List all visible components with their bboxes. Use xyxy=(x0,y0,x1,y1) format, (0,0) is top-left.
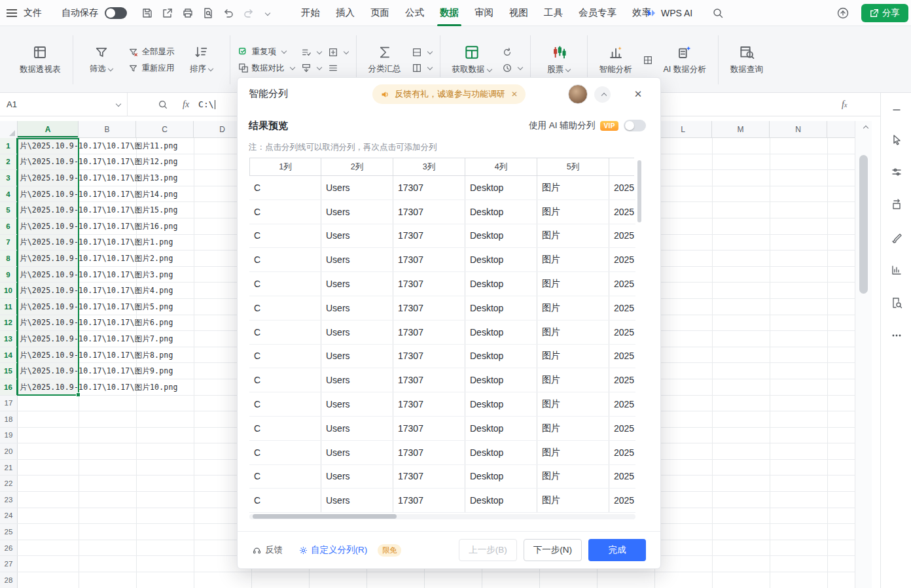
cell-A5[interactable]: 片\2025.10.9-10.17\10.17\图片15.png xyxy=(18,202,79,218)
avatar[interactable] xyxy=(568,84,588,104)
tab-审阅[interactable]: 审阅 xyxy=(467,0,501,26)
prev-step-button[interactable]: 上一步(B) xyxy=(459,539,517,561)
collapse-sidebar-button[interactable] xyxy=(886,99,906,120)
autosave-toggle[interactable] xyxy=(105,0,127,26)
fill-button[interactable] xyxy=(301,63,321,73)
cell-A13[interactable]: 片\2025.10.9-10.17\10.17\图片7.png xyxy=(18,331,79,347)
row-header-24[interactable]: 24 xyxy=(0,508,18,524)
cell-A18[interactable] xyxy=(18,411,79,427)
field-grid-button[interactable] xyxy=(643,55,653,65)
sheet-vertical-scrollbar[interactable] xyxy=(855,121,872,588)
column-header-A[interactable]: A xyxy=(18,121,79,137)
row-header-22[interactable]: 22 xyxy=(0,476,18,491)
row-header-21[interactable]: 21 xyxy=(0,460,18,476)
stock-button[interactable]: 股票 xyxy=(539,42,579,78)
redo-icon[interactable] xyxy=(243,7,255,19)
tab-视图[interactable]: 视图 xyxy=(501,0,536,26)
insert-function-button[interactable]: fx xyxy=(183,99,189,110)
wps-ai-button[interactable]: WPS AI xyxy=(647,0,692,26)
tab-开始[interactable]: 开始 xyxy=(293,0,328,26)
cell-A11[interactable]: 片\2025.10.9-10.17\10.17\图片5.png xyxy=(18,299,79,315)
refresh-data-button[interactable] xyxy=(502,47,522,58)
preview-vertical-scrollbar[interactable] xyxy=(637,159,642,512)
column-header-B[interactable]: B xyxy=(79,121,136,137)
file-menu[interactable]: 文件 xyxy=(24,0,42,26)
preview-column-header-partial[interactable] xyxy=(609,158,634,176)
feedback-banner[interactable]: 反馈有礼，诚邀参与功能调研 ✕ xyxy=(372,84,526,104)
column-header-partial[interactable] xyxy=(827,121,855,137)
row-header-12[interactable]: 12 xyxy=(0,315,18,331)
connections-button[interactable] xyxy=(502,63,522,73)
row-header-10[interactable]: 10 xyxy=(0,283,18,298)
validation-button[interactable] xyxy=(301,47,321,58)
next-step-button[interactable]: 下一步(N) xyxy=(524,539,582,561)
document-check-button[interactable] xyxy=(886,292,906,313)
cell-A24[interactable] xyxy=(18,508,79,524)
row-header-20[interactable]: 20 xyxy=(0,443,18,459)
scroll-up-icon[interactable] xyxy=(863,126,868,131)
row-header-14[interactable]: 14 xyxy=(0,347,18,363)
finish-button[interactable]: 完成 xyxy=(588,539,646,561)
upload-button[interactable] xyxy=(836,0,849,26)
undo-icon[interactable] xyxy=(223,7,234,19)
ungroup-button[interactable] xyxy=(412,63,432,73)
data-compare-button[interactable]: 数据对比 xyxy=(238,63,295,74)
cell-A12[interactable]: 片\2025.10.9-10.17\10.17\图片6.png xyxy=(18,315,79,331)
row-header-11[interactable]: 11 xyxy=(0,299,18,315)
cell-A16[interactable]: 片\2025.10.9-10.17\10.17\图片10.png xyxy=(18,379,79,395)
preview-column-header-5[interactable]: 5列 xyxy=(537,158,609,176)
row-header-18[interactable]: 18 xyxy=(0,411,18,427)
collapse-dialog-button[interactable] xyxy=(594,86,611,103)
sheet-vscroll-thumb[interactable] xyxy=(859,155,868,294)
pivot-table-button[interactable]: 数据透视表 xyxy=(16,42,65,78)
cell-A14[interactable]: 片\2025.10.9-10.17\10.17\图片8.png xyxy=(18,347,79,363)
export-icon[interactable] xyxy=(162,7,173,19)
cell-A2[interactable]: 片\2025.10.9-10.17\10.17\图片12.png xyxy=(18,154,79,170)
cell-A25[interactable] xyxy=(18,524,79,540)
cell-A22[interactable] xyxy=(18,476,79,491)
cell-A1[interactable]: 片\2025.10.9-10.17\10.17\图片11.png xyxy=(18,138,79,154)
feedback-button[interactable]: 反馈 xyxy=(252,544,283,556)
transform-button[interactable] xyxy=(886,194,906,215)
banner-close-icon[interactable]: ✕ xyxy=(511,90,518,99)
tab-数据[interactable]: 数据 xyxy=(432,0,467,26)
save-icon[interactable] xyxy=(141,7,153,19)
tab-会员专享[interactable]: 会员专享 xyxy=(571,0,624,26)
print-preview-icon[interactable] xyxy=(202,7,214,19)
subtotal-button[interactable]: 分类汇总 xyxy=(365,43,405,77)
row-header-15[interactable]: 15 xyxy=(0,363,18,379)
chart-tools-button[interactable] xyxy=(886,260,906,280)
column-header-L[interactable]: L xyxy=(654,121,712,137)
row-header-26[interactable]: 26 xyxy=(0,540,18,556)
sort-button[interactable]: 排序 xyxy=(181,43,222,77)
column-header-M[interactable]: M xyxy=(712,121,770,137)
cell-A15[interactable]: 片\2025.10.9-10.17\10.17\图片9.png xyxy=(18,363,79,379)
cell-A20[interactable] xyxy=(18,443,79,459)
row-header-2[interactable]: 2 xyxy=(0,154,18,170)
cell-A6[interactable]: 片\2025.10.9-10.17\10.17\图片16.png xyxy=(18,218,79,234)
preview-column-header-4[interactable]: 4列 xyxy=(465,158,537,176)
cell-A27[interactable] xyxy=(18,556,79,572)
cell-A9[interactable]: 片\2025.10.9-10.17\10.17\图片3.png xyxy=(18,267,79,283)
select-all-corner[interactable] xyxy=(0,121,18,138)
main-menu-button[interactable] xyxy=(7,0,17,26)
formula-value[interactable]: C:\ xyxy=(198,99,215,110)
row-header-17[interactable]: 17 xyxy=(0,396,18,411)
tab-插入[interactable]: 插入 xyxy=(328,0,363,26)
row-header-7[interactable]: 7 xyxy=(0,235,18,251)
quick-access-dropdown-icon[interactable] xyxy=(263,9,270,18)
get-data-button[interactable]: 获取数据 xyxy=(448,42,495,78)
preview-hscroll-thumb[interactable] xyxy=(253,514,397,519)
row-header-8[interactable]: 8 xyxy=(0,251,18,266)
row-header-25[interactable]: 25 xyxy=(0,524,18,540)
tab-公式[interactable]: 公式 xyxy=(397,0,432,26)
lines-button[interactable] xyxy=(328,63,348,73)
cell-A8[interactable]: 片\2025.10.9-10.17\10.17\图片2.png xyxy=(18,251,79,266)
cell-A3[interactable]: 片\2025.10.9-10.17\10.17\图片13.png xyxy=(18,170,79,186)
format-painter-button[interactable] xyxy=(886,227,906,247)
formula-bar-expand-button[interactable]: fx xyxy=(842,99,847,110)
properties-button[interactable] xyxy=(886,162,906,182)
data-query-button[interactable]: 数据查询 xyxy=(726,42,767,78)
search-button[interactable] xyxy=(712,0,724,26)
cell-A17[interactable] xyxy=(18,396,79,411)
